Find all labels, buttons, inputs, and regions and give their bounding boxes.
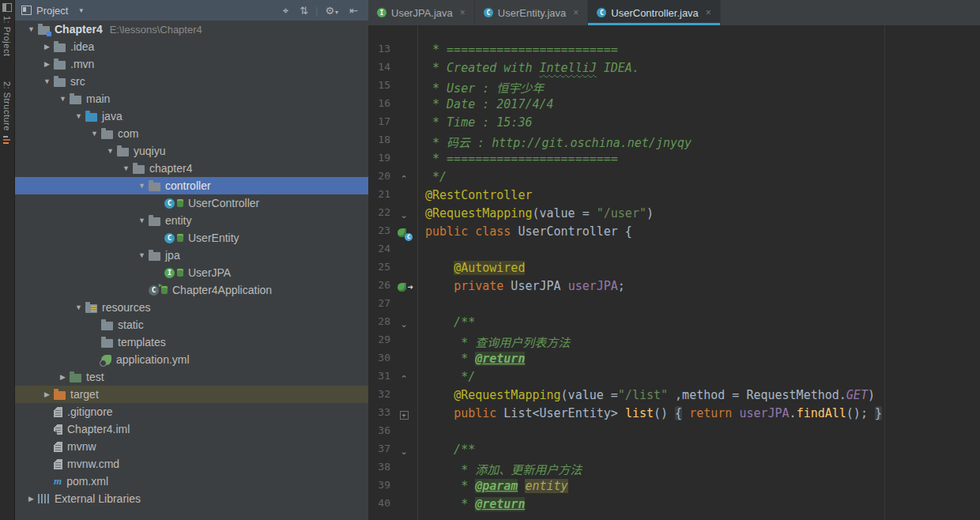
chevron-down-icon[interactable]: ▼: [88, 130, 101, 138]
fold-start-icon[interactable]: ⌄: [400, 320, 407, 329]
spring-autowired-icon[interactable]: [398, 283, 410, 293]
code-line: 39 * @param entity: [368, 479, 980, 497]
tree-item-userentity[interactable]: ▶CUserEntity: [15, 229, 368, 247]
tool-button-project[interactable]: 1: Project: [0, 0, 14, 58]
tree-item-java[interactable]: ▼java: [15, 107, 368, 125]
chevron-right-icon[interactable]: ▶: [56, 373, 70, 381]
code-token: (): [654, 406, 675, 420]
code-line: 36: [368, 424, 980, 443]
tree-item-yuqiyu[interactable]: ▼yuqiyu: [15, 142, 368, 160]
locate-icon[interactable]: ⌖: [283, 5, 288, 17]
code-token: {: [675, 406, 682, 420]
tree-item-test[interactable]: ▶test: [15, 368, 368, 386]
project-panel-title: Project: [36, 5, 68, 17]
tree-item-chapter4[interactable]: ▼chapter4: [15, 160, 368, 177]
tree-item-controller[interactable]: ▼controller: [15, 177, 368, 194]
tree-item-main[interactable]: ▼main: [15, 90, 368, 107]
tab-close-icon[interactable]: ×: [706, 7, 711, 18]
editor-tab-usercontroller-java[interactable]: CUserController.java×: [588, 0, 721, 25]
excluded-folder-icon: [54, 390, 66, 400]
code-token: */: [425, 170, 447, 184]
fold-start-icon[interactable]: ⌄: [400, 447, 407, 456]
tree-item-label: yuqiyu: [134, 145, 165, 157]
tab-close-icon[interactable]: ×: [460, 7, 466, 18]
tool-button-structure[interactable]: 2: Structure: [0, 79, 14, 146]
tree-item-static[interactable]: ▶static: [15, 316, 368, 333]
tree-item--idea[interactable]: ▶.idea: [15, 38, 368, 55]
chevron-down-icon[interactable]: ▼: [135, 217, 149, 224]
gutter-slot: [390, 279, 417, 297]
code-token: }: [875, 406, 882, 420]
fold-end-icon[interactable]: ⌃: [400, 175, 407, 183]
chevron-right-icon[interactable]: ▶: [40, 43, 54, 51]
tree-item-label: Chapter4: [55, 23, 103, 36]
tree-item-resources[interactable]: ▼resources: [15, 299, 368, 316]
code-token: list: [625, 406, 654, 420]
tree-item-entity[interactable]: ▼entity: [15, 212, 368, 229]
chevron-down-icon[interactable]: ▼: [40, 77, 54, 85]
maven-icon: m: [54, 475, 62, 488]
tree-item-mvnw-cmd[interactable]: ▶mvnw.cmd: [15, 455, 368, 473]
tree-item--gitignore[interactable]: ▶.gitignore: [15, 403, 368, 420]
tree-item-mvnw[interactable]: ▶mvnw: [15, 438, 368, 455]
tree-item--mvn[interactable]: ▶.mvn: [15, 55, 368, 73]
chevron-down-icon[interactable]: ▼: [119, 164, 133, 172]
tree-item-label: static: [118, 318, 144, 331]
tree-item-usercontroller[interactable]: ▶CUserController: [15, 194, 368, 212]
editor-tab-userjpa-java[interactable]: IUserJPA.java×: [368, 0, 475, 25]
chevron-down-icon[interactable]: ▼: [135, 182, 149, 190]
chevron-right-icon[interactable]: ▶: [24, 495, 38, 503]
code-line: 15 * User : 恒宇少年: [368, 79, 980, 97]
tree-item-pom-xml[interactable]: ▶mpom.xml: [15, 473, 368, 490]
gutter-slot: [390, 188, 417, 206]
chevron-down-icon[interactable]: ▼: [104, 147, 117, 155]
tree-item-chapter4-iml[interactable]: ▶Chapter4.iml: [15, 420, 368, 438]
fold-start-icon[interactable]: ⌄: [400, 211, 407, 220]
chevron-down-icon[interactable]: ▼: [24, 25, 38, 33]
hide-panel-icon[interactable]: ⇤: [349, 5, 358, 17]
tree-item-label: templates: [118, 336, 166, 349]
collapse-all-icon[interactable]: ⇅: [300, 5, 308, 17]
tree-item-com[interactable]: ▼com: [15, 125, 368, 142]
tree-item-label: test: [86, 371, 104, 383]
chevron-down-icon[interactable]: ▼: [135, 251, 149, 259]
chevron-down-icon[interactable]: ▼: [72, 112, 85, 120]
chevron-right-icon[interactable]: ▶: [40, 60, 54, 68]
chevron-right-icon[interactable]: ▶: [40, 390, 54, 398]
fold-expand-icon[interactable]: +: [400, 411, 409, 420]
tree-item-templates[interactable]: ▶templates: [15, 333, 368, 351]
code-token: */: [425, 370, 475, 384]
code-token: [425, 406, 454, 420]
tab-close-icon[interactable]: ×: [573, 7, 579, 18]
tree-item-jpa[interactable]: ▼jpa: [15, 247, 368, 264]
code-token: @return: [475, 352, 525, 366]
tree-item-external-libraries[interactable]: ▶External Libraries: [15, 490, 368, 507]
editor-tab-userentity-java[interactable]: CUserEntity.java×: [475, 0, 588, 25]
settings-gear-icon[interactable]: ⚙▾: [325, 5, 338, 17]
tree-item-label: Chapter4Application: [172, 284, 272, 296]
tree-item-userjpa[interactable]: ▶IUserJPA: [15, 264, 368, 281]
code-token: *: [425, 497, 475, 511]
code-token: ): [646, 206, 654, 220]
tree-item-target[interactable]: ▶target: [15, 386, 368, 403]
line-number: 40: [368, 497, 390, 515]
tree-item-chapter4[interactable]: ▼Chapter4E:\lessons\Chapter4: [15, 21, 368, 38]
fold-end-icon[interactable]: ⌃: [400, 375, 407, 383]
line-number: 19: [368, 152, 390, 170]
gutter-slot: [390, 43, 417, 61]
line-number: 23: [368, 224, 390, 243]
gutter-slot: ⌄: [390, 206, 417, 224]
chevron-down-icon[interactable]: ▼: [56, 95, 70, 103]
class-icon: C: [597, 8, 606, 17]
editor-code-area[interactable]: 13 * ========================14 * Create…: [368, 25, 980, 520]
tree-item-chapter4application[interactable]: ▶CChapter4Application: [15, 281, 368, 299]
tree-item-src[interactable]: ▼src: [15, 73, 368, 90]
code-text: * User : 恒宇少年: [417, 79, 544, 97]
code-line: 29 * 查询用户列表方法: [368, 333, 980, 352]
code-token: @Autowired: [454, 261, 525, 275]
chevron-down-icon[interactable]: ▼: [72, 303, 85, 311]
project-root-icon: [38, 24, 50, 35]
project-view-dropdown-icon[interactable]: ▾: [79, 6, 83, 14]
spring-bean-icon[interactable]: [398, 228, 410, 239]
tree-item-application-yml[interactable]: ▶application.yml: [15, 351, 368, 368]
